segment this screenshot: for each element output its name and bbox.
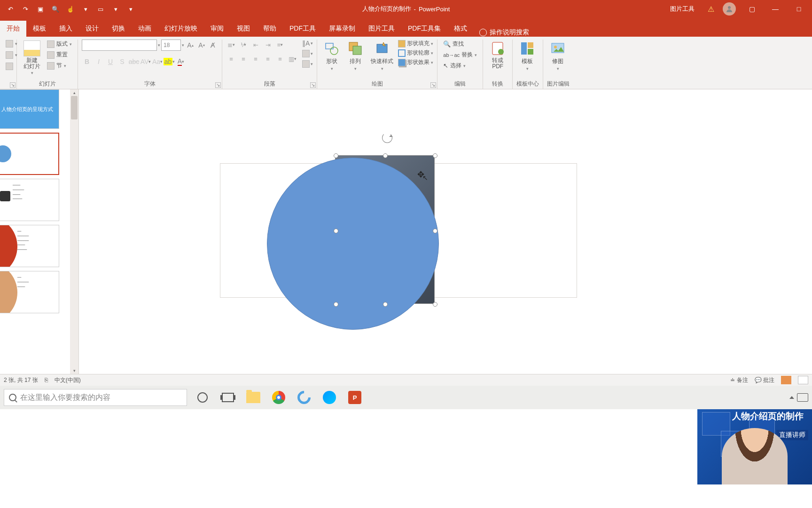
- minimize-icon[interactable]: —: [768, 2, 783, 16]
- slide-thumb-4[interactable]: ━━━━━━━━━━━━━━━━━━━━━━━: [0, 225, 59, 267]
- case-button[interactable]: Aa▾: [152, 56, 163, 67]
- rotate-handle-icon[interactable]: [382, 133, 392, 143]
- line-spacing-button[interactable]: ≡▾: [275, 40, 285, 50]
- handle-bm[interactable]: [383, 302, 388, 307]
- shape-fill-button[interactable]: 形状填充▾: [398, 40, 433, 48]
- text-direction-button[interactable]: ‖A▾: [302, 40, 313, 47]
- task-view-button[interactable]: [218, 388, 238, 407]
- italic-button[interactable]: I: [94, 56, 104, 67]
- circle-shape[interactable]: [267, 158, 439, 330]
- align-left-button[interactable]: ≡: [226, 54, 236, 64]
- select-button[interactable]: ↖选择▾: [441, 61, 479, 70]
- dropdown1-icon[interactable]: ▾: [80, 3, 91, 15]
- undo-icon[interactable]: ↶: [5, 3, 16, 15]
- handle-tr[interactable]: [433, 153, 437, 158]
- slide-panel[interactable]: 人物介绍页的呈现方式 ━━━━━━━━━━━━━━━━━━━ ━━━━━━━━━…: [0, 89, 79, 374]
- handle-mr[interactable]: [433, 229, 437, 233]
- font-color-button[interactable]: A▾: [176, 56, 186, 67]
- section-button[interactable]: 节▾: [45, 61, 74, 70]
- slide-thumb-1[interactable]: 人物介绍页的呈现方式: [0, 89, 59, 129]
- highlight-button[interactable]: ab▾: [164, 56, 174, 67]
- tab-review[interactable]: 审阅: [204, 21, 230, 37]
- tab-view[interactable]: 视图: [230, 21, 257, 37]
- replace-button[interactable]: ab→ac替换▾: [441, 50, 479, 59]
- bold-button[interactable]: B: [82, 56, 92, 67]
- new-slide-button[interactable]: 新建 幻灯片 ▾: [21, 40, 43, 76]
- tab-transitions[interactable]: 切换: [105, 21, 132, 37]
- paragraph-launcher-icon[interactable]: ↘: [310, 82, 316, 88]
- spellcheck-icon[interactable]: ⎘: [45, 377, 48, 383]
- thumb-scrollbar[interactable]: ▴ ▾: [70, 89, 78, 374]
- font-size-input[interactable]: [161, 40, 181, 51]
- tab-pdf-tools[interactable]: PDF工具: [283, 21, 322, 37]
- language-indicator[interactable]: 中文(中国): [55, 376, 81, 384]
- browser3-button[interactable]: [320, 388, 339, 407]
- handle-ml[interactable]: [334, 229, 338, 233]
- file-explorer-button[interactable]: [243, 388, 263, 407]
- slide-canvas[interactable]: ✥↖: [79, 89, 812, 374]
- smartart-button[interactable]: ▾: [302, 60, 313, 68]
- warning-icon[interactable]: ⚠: [708, 5, 714, 14]
- strike-button[interactable]: abc: [129, 56, 139, 67]
- increase-indent-button[interactable]: ⇥: [263, 40, 273, 50]
- shapes-button[interactable]: 形状▾: [321, 40, 343, 72]
- quick-styles-button[interactable]: 快速样式▾: [368, 40, 396, 72]
- tab-animations[interactable]: 动画: [132, 21, 158, 37]
- bullets-button[interactable]: ≣▾: [226, 40, 236, 50]
- clipboard-launcher-icon[interactable]: ↘: [10, 82, 16, 88]
- zoom-icon[interactable]: 🔍: [50, 3, 61, 15]
- handle-bl[interactable]: [334, 302, 338, 307]
- tab-pdf-toolkit[interactable]: PDF工具集: [401, 21, 447, 37]
- taskbar-search[interactable]: 在这里输入你要搜索的内容: [4, 389, 187, 406]
- arrange-button[interactable]: 排列▾: [344, 40, 366, 72]
- tab-format[interactable]: 格式: [447, 21, 474, 37]
- tab-slideshow[interactable]: 幻灯片放映: [158, 21, 204, 37]
- normal-view-button[interactable]: [781, 376, 791, 384]
- scroll-up-icon[interactable]: ▴: [70, 89, 78, 96]
- font-launcher-icon[interactable]: ↘: [215, 82, 221, 88]
- account-avatar[interactable]: [723, 2, 736, 16]
- template-button[interactable]: 模板▾: [516, 40, 538, 72]
- tray-overflow-icon[interactable]: [789, 396, 794, 399]
- distribute-button[interactable]: ≡: [275, 54, 285, 64]
- tab-template[interactable]: 模板: [26, 21, 53, 37]
- slide-thumb-3[interactable]: ━━━━━━━━━━━━━━━━━━━: [0, 179, 59, 221]
- qat-more-icon[interactable]: ▾: [125, 3, 136, 15]
- handle-tm[interactable]: [383, 153, 388, 158]
- drawing-launcher-icon[interactable]: ↘: [430, 82, 436, 88]
- slide-thumb-5[interactable]: ━━━━━━━━━━━━: [0, 271, 59, 313]
- align-center-button[interactable]: ≡: [238, 54, 249, 64]
- slide-thumb-2[interactable]: [0, 133, 59, 175]
- copy-button[interactable]: [4, 62, 15, 71]
- scroll-down-icon[interactable]: ▾: [70, 367, 78, 374]
- keyboard-layout-icon[interactable]: [797, 393, 808, 402]
- browser2-button[interactable]: [294, 388, 314, 407]
- shape-outline-button[interactable]: 形状轮廓▾: [398, 49, 433, 57]
- tab-help[interactable]: 帮助: [257, 21, 283, 37]
- maximize-icon[interactable]: □: [791, 2, 806, 16]
- ribbon-display-icon[interactable]: ▢: [744, 2, 759, 16]
- handle-tl[interactable]: [334, 153, 338, 158]
- sorter-view-button[interactable]: [798, 376, 808, 384]
- tab-screen-record[interactable]: 屏幕录制: [322, 21, 362, 37]
- slide-counter[interactable]: 2 张, 共 17 张: [4, 376, 38, 384]
- clear-format-button[interactable]: A̸: [208, 40, 218, 50]
- notes-button[interactable]: ≐ 备注: [730, 376, 748, 384]
- tab-home[interactable]: 开始: [0, 21, 26, 37]
- chrome-button[interactable]: [269, 388, 289, 407]
- touch-icon[interactable]: ☝: [65, 3, 76, 15]
- align-right-button[interactable]: ≡: [250, 54, 261, 64]
- shape-effects-button[interactable]: 形状效果▾: [398, 58, 433, 66]
- tell-me-search[interactable]: 操作说明搜索: [474, 28, 535, 37]
- decrease-indent-button[interactable]: ⇤: [250, 40, 261, 50]
- handle-br[interactable]: [433, 302, 437, 307]
- powerpoint-button[interactable]: P: [345, 388, 365, 407]
- tab-design[interactable]: 设计: [79, 21, 105, 37]
- columns-button[interactable]: ▥▾: [287, 54, 297, 64]
- numbering-button[interactable]: ⅟▾: [238, 40, 249, 50]
- justify-button[interactable]: ≡: [263, 54, 273, 64]
- tab-pic-tools[interactable]: 图片工具: [362, 21, 401, 37]
- font-name-input[interactable]: [82, 40, 157, 51]
- align-text-button[interactable]: ▾: [302, 50, 313, 57]
- find-button[interactable]: 🔍查找: [441, 40, 479, 48]
